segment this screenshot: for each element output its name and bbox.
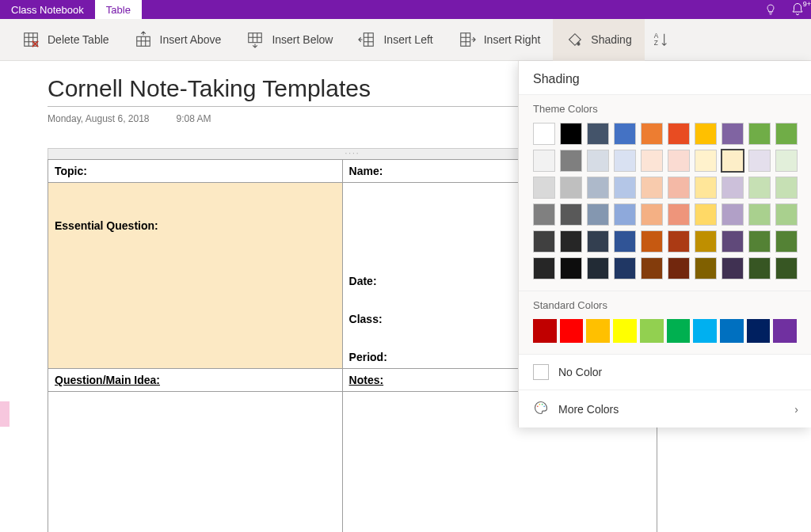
color-swatch[interactable] <box>641 123 663 145</box>
color-swatch[interactable] <box>587 203 609 226</box>
color-swatch[interactable] <box>695 230 717 253</box>
tab-class-notebook[interactable]: Class Notebook <box>0 0 95 19</box>
color-swatch[interactable] <box>722 177 744 199</box>
ribbon: Delete Table Insert Above Insert Below I… <box>0 19 811 61</box>
standard-color-swatch[interactable] <box>640 319 664 343</box>
color-swatch[interactable] <box>641 150 663 172</box>
tab-table[interactable]: Table <box>95 0 142 19</box>
color-swatch[interactable] <box>748 123 771 145</box>
color-swatch[interactable] <box>695 203 717 226</box>
color-swatch[interactable] <box>587 123 609 145</box>
color-swatch[interactable] <box>560 150 582 172</box>
page-title[interactable]: Cornell Note-Taking Templates <box>48 75 539 107</box>
standard-color-swatch[interactable] <box>533 319 557 343</box>
color-swatch[interactable] <box>560 257 582 279</box>
cell-question-header[interactable]: Question/Main Idea: <box>48 369 343 392</box>
insert-below-icon <box>246 31 264 48</box>
color-swatch[interactable] <box>775 177 798 199</box>
color-swatch[interactable] <box>748 177 771 199</box>
color-swatch[interactable] <box>560 123 582 145</box>
color-swatch[interactable] <box>533 230 555 253</box>
standard-color-swatch[interactable] <box>773 319 797 343</box>
insert-left-button[interactable]: Insert Left <box>345 19 445 61</box>
color-swatch[interactable] <box>614 177 636 199</box>
cell-question-body[interactable] <box>48 392 343 533</box>
color-swatch[interactable] <box>641 257 663 279</box>
color-swatch[interactable] <box>668 230 690 253</box>
color-swatch[interactable] <box>722 203 744 226</box>
delete-table-button[interactable]: Delete Table <box>10 19 122 61</box>
insert-left-icon <box>358 31 375 48</box>
lightbulb-icon[interactable] <box>757 0 784 19</box>
color-swatch[interactable] <box>748 257 771 279</box>
color-swatch[interactable] <box>722 257 744 279</box>
page-time: 9:08 AM <box>177 113 211 124</box>
notifications-icon[interactable]: 9+ <box>784 0 811 19</box>
color-swatch[interactable] <box>775 203 798 226</box>
color-swatch[interactable] <box>587 150 609 172</box>
color-swatch[interactable] <box>587 257 609 279</box>
color-swatch[interactable] <box>614 123 636 145</box>
sort-az-icon: AZ <box>653 31 670 48</box>
color-swatch[interactable] <box>668 257 690 279</box>
color-swatch[interactable] <box>587 177 609 199</box>
standard-color-swatch[interactable] <box>720 319 744 343</box>
color-swatch[interactable] <box>722 230 744 253</box>
color-swatch[interactable] <box>533 257 555 279</box>
color-swatch[interactable] <box>560 177 582 199</box>
standard-color-swatch[interactable] <box>667 319 691 343</box>
color-swatch[interactable] <box>748 230 771 253</box>
color-swatch[interactable] <box>641 230 663 253</box>
standard-color-swatch[interactable] <box>613 319 637 343</box>
color-swatch[interactable] <box>748 203 771 226</box>
insert-right-button[interactable]: Insert Right <box>446 19 554 61</box>
color-swatch[interactable] <box>587 230 609 253</box>
cell-topic[interactable]: Topic: <box>48 160 343 183</box>
no-color-row[interactable]: No Color <box>519 354 811 390</box>
color-swatch[interactable] <box>614 203 636 226</box>
more-colors-row[interactable]: More Colors › <box>519 390 811 428</box>
color-swatch[interactable] <box>775 123 798 145</box>
color-swatch[interactable] <box>614 150 636 172</box>
color-swatch[interactable] <box>533 177 555 199</box>
page-marker <box>0 401 10 427</box>
standard-color-swatch[interactable] <box>586 319 610 343</box>
color-swatch[interactable] <box>775 230 798 253</box>
color-swatch[interactable] <box>668 203 690 226</box>
insert-left-label: Insert Left <box>383 33 432 46</box>
standard-color-swatch[interactable] <box>560 319 584 343</box>
sort-button[interactable]: AZ <box>645 19 678 61</box>
color-swatch[interactable] <box>695 123 717 145</box>
color-swatch[interactable] <box>614 257 636 279</box>
color-swatch[interactable] <box>533 150 555 172</box>
color-swatch[interactable] <box>614 230 636 253</box>
color-swatch[interactable] <box>641 203 663 226</box>
color-swatch[interactable] <box>668 123 690 145</box>
color-swatch[interactable] <box>668 177 690 199</box>
color-swatch[interactable] <box>775 257 798 279</box>
theme-colors-label: Theme Colors <box>533 103 797 115</box>
color-swatch[interactable] <box>533 123 555 145</box>
no-color-label: No Color <box>558 366 602 378</box>
standard-color-swatch[interactable] <box>747 319 771 343</box>
shading-button[interactable]: Shading <box>553 19 644 61</box>
color-swatch[interactable] <box>748 150 771 172</box>
color-swatch[interactable] <box>695 257 717 279</box>
color-swatch[interactable] <box>533 203 555 226</box>
delete-table-label: Delete Table <box>48 33 109 46</box>
more-colors-label: More Colors <box>558 403 619 416</box>
color-swatch[interactable] <box>722 150 744 172</box>
color-swatch[interactable] <box>641 177 663 199</box>
color-swatch[interactable] <box>668 150 690 172</box>
color-swatch[interactable] <box>695 177 717 199</box>
color-swatch[interactable] <box>775 150 798 172</box>
color-swatch[interactable] <box>560 203 582 226</box>
color-swatch[interactable] <box>695 150 717 172</box>
chevron-right-icon: › <box>794 403 798 416</box>
insert-below-button[interactable]: Insert Below <box>234 19 345 61</box>
cell-essential-question[interactable]: Essential Question: <box>48 183 343 369</box>
insert-above-button[interactable]: Insert Above <box>122 19 234 61</box>
color-swatch[interactable] <box>560 230 582 253</box>
color-swatch[interactable] <box>722 123 744 145</box>
standard-color-swatch[interactable] <box>693 319 717 343</box>
